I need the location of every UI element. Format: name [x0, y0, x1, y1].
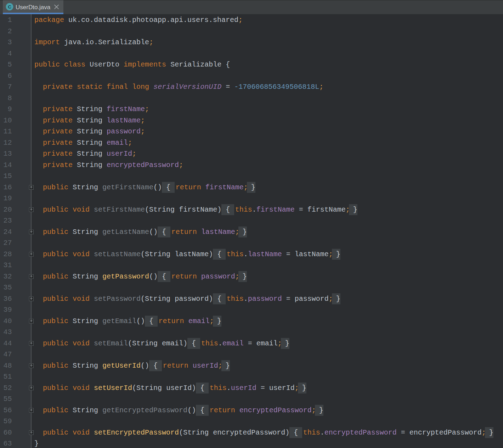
- svg-text:C: C: [8, 4, 11, 10]
